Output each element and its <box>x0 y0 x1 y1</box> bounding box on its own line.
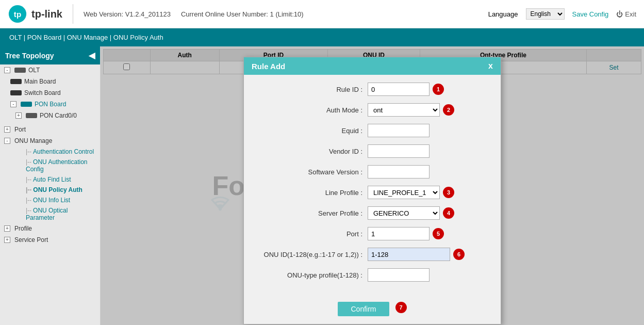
nav-bar: OLT | PON Board | ONU Manage | ONU Polic… <box>0 28 644 46</box>
language-select[interactable]: English Chinese <box>526 8 565 20</box>
service-port-label: Service Port <box>14 236 48 243</box>
power-icon: ⏻ <box>616 10 623 18</box>
expand-pon-board[interactable]: - <box>10 101 16 107</box>
sidebar-link-onu-info-list[interactable]: |--ONU Info List <box>0 195 100 205</box>
onu-info-list-text: ONU Info List <box>33 197 70 204</box>
server-profile-label: Server Profile : <box>254 209 368 217</box>
tree-item-main-board[interactable]: Main Board <box>0 76 100 87</box>
auto-find-text: Auto Find List <box>33 176 71 183</box>
expand-service-port[interactable]: + <box>4 237 10 243</box>
switch-board-label: Switch Board <box>24 89 61 96</box>
profile-label: Profile <box>14 225 32 232</box>
equid-input[interactable] <box>368 124 430 137</box>
pon-board-icon <box>21 102 32 107</box>
onu-manage-label: ONU Manage <box>14 137 52 144</box>
port-row: Port : 5 <box>254 227 490 240</box>
onu-type-profile-label: ONU-type profile(1-128) : <box>254 271 368 279</box>
line-profile-row: Line Profile : LINE_PROFLE_1 LINE_PROFLE… <box>254 186 490 199</box>
step-3-badge: 3 <box>443 187 454 198</box>
line-profile-select[interactable]: LINE_PROFLE_1 LINE_PROFLE_2 <box>368 186 440 199</box>
line-profile-label: Line Profile : <box>254 189 368 197</box>
modal-footer: Confirm 7 <box>244 297 501 324</box>
onu-type-profile-row: ONU-type profile(1-128) : <box>254 268 490 282</box>
sidebar-title: Tree Topology <box>5 52 54 60</box>
content-area: Auth Port ID ONU ID Ont-type Profile PON… <box>101 46 644 325</box>
sidebar-header: Tree Topology ◀ <box>0 46 100 64</box>
olt-device-icon <box>14 68 26 73</box>
main-layout: Tree Topology ◀ - OLT Main Board Switch … <box>0 46 644 325</box>
sidebar-link-onu-auth-config[interactable]: |--ONU Authentication Config <box>0 157 100 174</box>
auth-mode-label: Auth Mode : <box>254 106 368 114</box>
tree-item-olt[interactable]: - OLT <box>0 64 100 76</box>
onu-policy-auth-text: ONU Policy Auth <box>33 186 82 193</box>
main-board-label: Main Board <box>24 78 56 85</box>
expand-onu-manage[interactable]: - <box>4 138 10 144</box>
onu-auth-config-text: ONU Authentication Config <box>26 158 88 173</box>
step-1-badge: 1 <box>433 84 444 95</box>
olt-label: OLT <box>28 67 40 74</box>
web-version: Web Version: V1.2.4_201123 <box>84 10 171 18</box>
breadcrumb: OLT | PON Board | ONU Manage | ONU Polic… <box>9 34 163 41</box>
tree-item-pon-card[interactable]: + PON Card0/0 <box>0 110 100 121</box>
sidebar-item-service-port[interactable]: + Service Port <box>0 234 100 246</box>
modal-body: Rule ID : 1 Auth Mode : ont mac loid pas… <box>244 75 501 297</box>
exit-button[interactable]: ⏻ Exit <box>616 10 636 18</box>
logo-text: tp-link <box>31 8 62 20</box>
step-4-badge: 4 <box>443 207 454 219</box>
auth-control-text: Authentication Control <box>33 148 94 155</box>
software-version-label: Software Version : <box>254 168 368 176</box>
rule-id-row: Rule ID : 1 <box>254 83 490 96</box>
expand-port[interactable]: + <box>4 126 10 133</box>
equid-label: Equid : <box>254 127 368 135</box>
tree-item-switch-board[interactable]: Switch Board <box>0 87 100 99</box>
auth-mode-select[interactable]: ont mac loid password <box>368 103 440 117</box>
port-input[interactable] <box>368 227 430 240</box>
step-2-badge: 2 <box>443 104 454 116</box>
onu-optical-text: ONU Optical Parameter <box>26 207 68 221</box>
pon-card-label: PON Card0/0 <box>40 112 77 119</box>
modal-header: Rule Add x <box>244 57 501 75</box>
server-profile-select[interactable]: GENERICO DEFAULT <box>368 206 440 220</box>
pon-card-icon <box>26 113 37 118</box>
pon-board-label: PON Board <box>35 101 66 108</box>
rule-id-input[interactable] <box>368 83 430 96</box>
sidebar-item-profile[interactable]: + Profile <box>0 223 100 234</box>
vendor-id-row: Vendor ID : <box>254 144 490 158</box>
sidebar: Tree Topology ◀ - OLT Main Board Switch … <box>0 46 101 325</box>
software-version-input[interactable] <box>368 165 430 178</box>
sidebar-item-onu-manage[interactable]: - ONU Manage <box>0 135 100 147</box>
save-config-link[interactable]: Save Config <box>572 10 609 18</box>
sidebar-link-auth-control[interactable]: |--Authentication Control <box>0 147 100 157</box>
confirm-button[interactable]: Confirm <box>338 302 389 316</box>
vendor-id-input[interactable] <box>368 144 430 158</box>
sidebar-item-port[interactable]: + Port <box>0 124 100 135</box>
sidebar-link-onu-policy-auth[interactable]: |--ONU Policy Auth <box>0 185 100 195</box>
header: tp tp-link Web Version: V1.2.4_201123 Cu… <box>0 0 644 28</box>
vendor-id-label: Vendor ID : <box>254 148 368 155</box>
sidebar-link-auto-find[interactable]: |--Auto Find List <box>0 174 100 185</box>
port-label: Port : <box>254 230 368 238</box>
sidebar-collapse-button[interactable]: ◀ <box>89 51 95 60</box>
modal-close-button[interactable]: x <box>488 61 493 71</box>
port-label: Port <box>14 126 26 133</box>
modal-title: Rule Add <box>252 62 285 71</box>
onu-type-profile-input[interactable] <box>368 268 430 282</box>
expand-olt[interactable]: - <box>4 67 10 73</box>
tree-item-pon-board[interactable]: - PON Board <box>0 99 100 110</box>
modal-overlay: Rule Add x Rule ID : 1 Auth Mode : ont <box>101 46 644 325</box>
rule-id-label: Rule ID : <box>254 86 368 93</box>
expand-profile[interactable]: + <box>4 225 10 232</box>
expand-pon-card[interactable]: + <box>15 112 22 119</box>
tp-link-logo-icon: tp <box>8 4 27 24</box>
svg-text:tp: tp <box>14 10 21 19</box>
sidebar-link-onu-optical[interactable]: |--ONU Optical Parameter <box>0 205 100 223</box>
step-5-badge: 5 <box>433 228 444 239</box>
onu-id-input[interactable] <box>368 248 450 261</box>
onu-id-row: ONU ID(1-128(e.g.:1-17 or 1,2)) : 6 <box>254 248 490 261</box>
online-users: Current Online User Number: 1 (Limit:10) <box>181 10 304 18</box>
switch-board-icon <box>10 90 22 95</box>
language-label: Language <box>488 10 518 18</box>
auth-mode-row: Auth Mode : ont mac loid password 2 <box>254 103 490 117</box>
header-info: Web Version: V1.2.4_201123 Current Onlin… <box>84 10 488 18</box>
equid-row: Equid : <box>254 124 490 137</box>
